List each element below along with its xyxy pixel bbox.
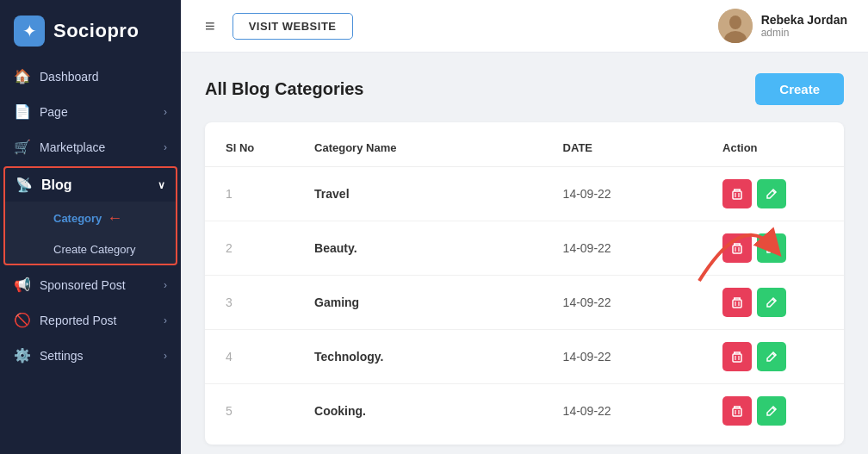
table-row: 4 Technology. 14-09-22 [205,330,844,384]
svg-point-1 [729,16,741,29]
edit-button[interactable] [757,179,786,208]
cell-slno: 5 [205,384,294,438]
cell-action [702,221,844,276]
create-button[interactable]: Create [755,73,844,105]
trash-icon [730,241,744,255]
user-name: Rebeka Jordan [761,13,847,27]
action-buttons [722,396,823,426]
svg-rect-10 [733,246,741,253]
edit-icon [765,295,778,309]
user-info[interactable]: Rebeka Jordan admin [718,9,847,43]
sidebar-item-label: Sponsored Post [40,278,155,292]
table-row: 5 Cooking. 14-09-22 [205,384,844,438]
chevron-down-icon: ∨ [158,179,165,191]
edit-button[interactable] [757,288,786,317]
sidebar-item-label: Marketplace [40,140,155,154]
sidebar-item-label: Dashboard [40,70,167,84]
topbar: ≡ VISIT WEBSITE Rebeka Jordan admin [181,0,868,53]
edit-button[interactable] [757,342,786,371]
sidebar-navigation: 🏠 Dashboard 📄 Page › 🛒 Marketplace › 📡 B… [0,59,181,454]
create-category-label: Create Category [53,243,135,256]
cell-date: 14-09-22 [542,221,703,276]
svg-rect-3 [733,191,741,199]
cell-slno: 1 [205,167,294,221]
cell-name: Cooking. [294,384,542,438]
blog-submenu: Category ← Create Category [5,202,176,264]
avatar-image [718,9,753,43]
delete-button[interactable] [722,342,752,371]
sidebar-item-label: Page [40,105,155,119]
col-header-action: Action [702,129,844,167]
sidebar-item-blog-section: 📡 Blog ∨ Category ← Create Category [3,166,177,265]
cell-action [702,384,844,438]
cell-action [702,330,844,384]
user-role: admin [761,27,847,39]
svg-rect-24 [733,354,741,362]
user-details: Rebeka Jordan admin [761,13,847,39]
sponsored-post-icon: 📢 [14,277,31,293]
reported-post-icon: 🚫 [14,312,31,328]
col-header-slno: Sl No [205,129,294,167]
sidebar-item-label: Settings [40,349,155,363]
sidebar-item-sponsored-post[interactable]: 📢 Sponsored Post › [0,267,181,302]
settings-icon: ⚙️ [14,347,31,364]
trash-icon [730,350,744,364]
sidebar-item-settings[interactable]: ⚙️ Settings › [0,338,181,373]
delete-button[interactable] [722,396,752,426]
table-row: 1 Travel 14-09-22 [205,167,844,221]
sidebar-item-marketplace[interactable]: 🛒 Marketplace › [0,129,181,165]
edit-button[interactable] [757,396,786,426]
sidebar-item-create-category[interactable]: Create Category [45,235,176,264]
main-content: ≡ VISIT WEBSITE Rebeka Jordan admin All … [181,0,868,454]
category-label: Category [53,212,102,225]
blog-icon: 📡 [16,177,33,193]
avatar [718,9,753,43]
logo-icon: ✦ [14,16,45,47]
edit-button[interactable] [757,233,786,263]
sidebar-item-page[interactable]: 📄 Page › [0,94,181,129]
chevron-right-icon: › [164,141,167,153]
dashboard-icon: 🏠 [14,68,31,84]
sidebar-item-dashboard[interactable]: 🏠 Dashboard [0,59,181,94]
cell-slno: 3 [205,276,294,330]
cell-slno: 4 [205,330,294,384]
cell-action [702,276,844,330]
delete-button[interactable] [722,179,752,208]
cell-name: Gaming [294,276,542,330]
sidebar-item-reported-post[interactable]: 🚫 Reported Post › [0,302,181,338]
page-header: All Blog Categories Create [205,73,844,105]
table-row: 2 Beauty. 14-09-22 [205,221,844,276]
page-title: All Blog Categories [205,79,363,99]
action-buttons [722,288,823,317]
sidebar-item-label: Reported Post [40,314,155,327]
trash-icon [730,404,744,418]
action-buttons [722,342,823,371]
col-header-date: DATE [542,129,703,167]
sidebar-item-blog[interactable]: 📡 Blog ∨ [5,168,176,202]
sidebar: ✦ Sociopro 🏠 Dashboard 📄 Page › 🛒 Market… [0,0,181,454]
col-header-name: Category Name [294,129,542,167]
table-body: 1 Travel 14-09-22 [205,167,844,438]
chevron-right-icon: › [164,106,167,118]
delete-button[interactable] [722,288,752,317]
cell-date: 14-09-22 [542,276,703,330]
hamburger-icon[interactable]: ≡ [202,13,219,40]
table-header: Sl No Category Name DATE Action [205,129,844,167]
edit-icon [765,241,778,255]
edit-icon [765,187,778,201]
cell-slno: 2 [205,221,294,276]
edit-icon [765,404,778,418]
categories-table: Sl No Category Name DATE Action 1 Travel… [205,129,844,438]
arrow-left-icon: ← [107,209,122,227]
visit-website-button[interactable]: VISIT WEBSITE [232,13,353,40]
cell-name: Travel [294,167,542,221]
logo-text: Sociopro [53,20,139,42]
svg-rect-31 [733,408,741,416]
action-buttons [722,179,823,208]
sidebar-logo[interactable]: ✦ Sociopro [0,0,181,59]
svg-rect-17 [733,300,741,308]
cell-name: Technology. [294,330,542,384]
delete-button[interactable] [722,233,752,263]
trash-icon [730,187,744,201]
sidebar-item-category[interactable]: Category ← [45,202,176,235]
